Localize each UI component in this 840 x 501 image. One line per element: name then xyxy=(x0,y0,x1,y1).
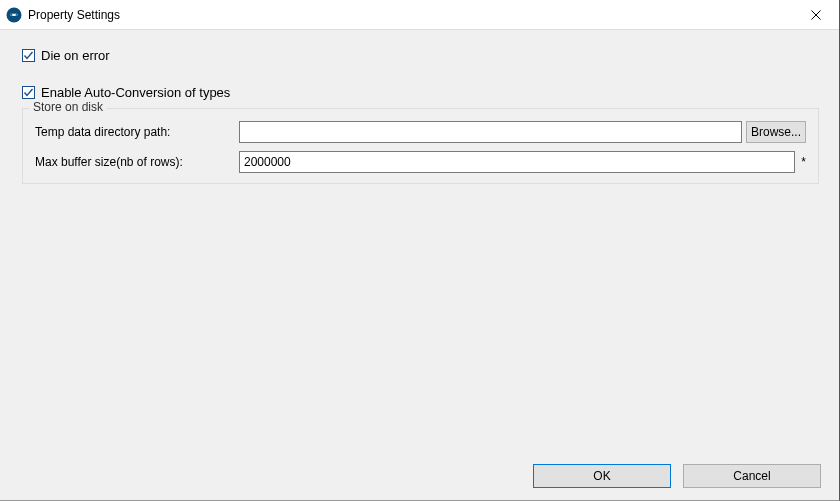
required-marker: * xyxy=(801,155,806,169)
close-icon xyxy=(811,10,821,20)
ok-button[interactable]: OK xyxy=(533,464,671,488)
max-buffer-input[interactable] xyxy=(239,151,795,173)
temp-path-label: Temp data directory path: xyxy=(35,125,235,139)
max-buffer-row: Max buffer size(nb of rows): * xyxy=(35,151,806,173)
svg-point-3 xyxy=(16,14,18,16)
browse-button[interactable]: Browse... xyxy=(746,121,806,143)
die-on-error-checkbox[interactable] xyxy=(22,49,35,62)
app-icon xyxy=(6,7,22,23)
cancel-button[interactable]: Cancel xyxy=(683,464,821,488)
die-on-error-row: Die on error xyxy=(22,48,819,63)
titlebar: Property Settings xyxy=(0,0,839,30)
enable-auto-conversion-checkbox[interactable] xyxy=(22,86,35,99)
window-title: Property Settings xyxy=(28,8,120,22)
button-bar: OK Cancel xyxy=(533,464,821,488)
store-on-disk-legend: Store on disk xyxy=(29,100,107,114)
store-on-disk-fieldset: Store on disk Temp data directory path: … xyxy=(22,108,819,184)
die-on-error-label: Die on error xyxy=(41,48,110,63)
content-area: Die on error Enable Auto-Conversion of t… xyxy=(0,30,839,184)
check-icon xyxy=(23,87,34,98)
enable-auto-conversion-label: Enable Auto-Conversion of types xyxy=(41,85,230,100)
enable-auto-conversion-row: Enable Auto-Conversion of types xyxy=(22,85,819,100)
close-button[interactable] xyxy=(793,0,839,30)
max-buffer-label: Max buffer size(nb of rows): xyxy=(35,155,235,169)
temp-path-row: Temp data directory path: Browse... xyxy=(35,121,806,143)
temp-path-input[interactable] xyxy=(239,121,742,143)
svg-point-2 xyxy=(11,14,13,16)
check-icon xyxy=(23,50,34,61)
